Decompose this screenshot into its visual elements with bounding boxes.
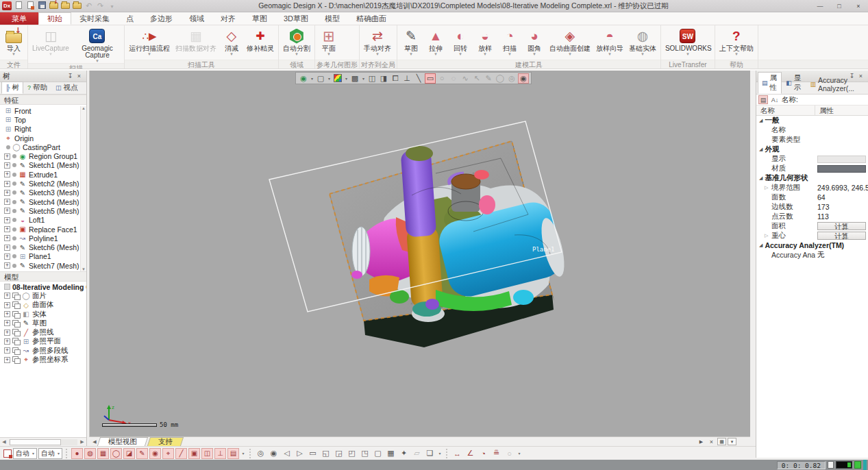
- close-button[interactable]: ×: [849, 0, 868, 12]
- expander-icon[interactable]: +: [4, 226, 10, 232]
- visibility-dot-icon[interactable]: [12, 264, 16, 268]
- scroll-track[interactable]: [9, 439, 77, 445]
- menu-tab-对齐[interactable]: 对齐: [212, 12, 244, 25]
- ribbon-button-导入[interactable]: 导入▼: [1, 26, 26, 60]
- menu-tab-实时采集[interactable]: 实时采集: [71, 12, 118, 25]
- expander-icon[interactable]: +: [4, 293, 10, 299]
- menu-tab-精确曲面[interactable]: 精确曲面: [348, 12, 395, 25]
- tab-list-button[interactable]: ▾: [728, 438, 736, 445]
- link-boxes-icon[interactable]: [12, 320, 20, 327]
- flood-select-icon[interactable]: ◯: [495, 73, 506, 84]
- ribbon-button-solidworks[interactable]: SWSOLIDWORKS▼: [662, 26, 713, 60]
- expander-icon[interactable]: +: [4, 199, 10, 205]
- visibility-dot-icon[interactable]: [12, 173, 16, 177]
- ribbon-button-圆角[interactable]: ◕圆角▼: [522, 26, 547, 60]
- model-canvas[interactable]: Plane1: [90, 71, 750, 436]
- scroll-right-icon[interactable]: ▶: [78, 439, 86, 445]
- gauge-button[interactable]: [828, 461, 834, 469]
- ribbon-button-草图[interactable]: ✎草图▼: [399, 26, 423, 60]
- model-item-实体[interactable]: +◧实体: [0, 310, 86, 319]
- body-color-mode-icon[interactable]: [332, 73, 343, 84]
- property-row-面积[interactable]: 面积计算: [756, 221, 868, 231]
- tree-tab-视点[interactable]: ◫视点: [51, 82, 82, 94]
- show-coordinate-icon[interactable]: ⊥: [214, 448, 226, 459]
- measure-sphere-icon[interactable]: ○: [504, 448, 515, 459]
- view-back-icon[interactable]: ◲: [333, 448, 345, 459]
- ribbon-button-拉伸[interactable]: ▲拉伸▼: [423, 26, 448, 60]
- expander-icon[interactable]: +: [4, 347, 10, 354]
- capture-view-icon[interactable]: ❏: [424, 448, 436, 459]
- ribbon-button-修补精灵[interactable]: ✚修补精灵: [244, 26, 277, 60]
- property-row-名称[interactable]: 名称: [756, 125, 868, 135]
- view-grid-icon[interactable]: ▦: [385, 448, 397, 459]
- tab-pin-button[interactable]: ▦: [717, 438, 726, 445]
- model-item-草图[interactable]: +✎草图: [0, 319, 86, 327]
- dropdown-arrow-icon[interactable]: ▾: [344, 73, 349, 84]
- properties-tab-显示[interactable]: ◧显示: [782, 72, 806, 94]
- material-swatch[interactable]: [817, 165, 866, 173]
- maximize-button[interactable]: □: [830, 0, 849, 12]
- view-left-icon[interactable]: ◰: [346, 448, 358, 459]
- collapse-icon[interactable]: ◢: [759, 118, 762, 123]
- property-group-一般[interactable]: ◢一般: [756, 116, 868, 125]
- more-view-icon[interactable]: ▾: [437, 448, 443, 459]
- visibility-dot-icon[interactable]: [12, 218, 16, 222]
- undo-icon[interactable]: ↶: [84, 1, 93, 10]
- show-sketch-icon[interactable]: ◉: [149, 448, 161, 459]
- screen-capture-icon[interactable]: ◉: [518, 73, 529, 84]
- visibility-dot-icon[interactable]: [12, 200, 16, 204]
- tree-item-sketch3-mesh[interactable]: +✎Sketch3 (Mesh): [0, 188, 86, 197]
- show-point-cloud-icon[interactable]: ◍: [84, 448, 96, 459]
- ribbon-button-放样向导[interactable]: ◓放样向导▼: [593, 26, 626, 60]
- link-boxes-icon[interactable]: [12, 301, 20, 308]
- show-ref-geometry-icon[interactable]: ⌖: [162, 448, 174, 459]
- property-row-accuracy-ana[interactable]: Accuracy Ana...无: [756, 250, 868, 260]
- tree-item-sketch5-mesh[interactable]: +✎Sketch5 (Mesh): [0, 206, 86, 215]
- compute-button[interactable]: 计算: [817, 222, 866, 230]
- expander-icon[interactable]: +: [4, 208, 10, 214]
- section-view-icon[interactable]: ◫: [367, 73, 377, 84]
- measure-distance-icon[interactable]: ↔: [451, 448, 463, 459]
- tree-item-region-group1[interactable]: +◉Region Group1: [0, 151, 86, 160]
- expand-icon[interactable]: ▷: [765, 185, 770, 190]
- model-item-参照坐标系[interactable]: +⌖参照坐标系: [0, 355, 86, 364]
- tree-item-right[interactable]: ⊞Right: [0, 125, 86, 134]
- scroll-thumb[interactable]: [10, 439, 61, 445]
- ribbon-button-回转[interactable]: ◐回转▼: [448, 26, 473, 60]
- show-all-icon[interactable]: ●: [71, 448, 83, 459]
- open-folder-icon[interactable]: [61, 1, 70, 11]
- ribbon-button-运行扫描流程[interactable]: ∴▶运行扫描流程▼: [126, 26, 173, 60]
- visibility-dot-icon[interactable]: [12, 154, 16, 158]
- ribbon-button-消减[interactable]: ◇消减▼: [219, 26, 244, 60]
- ribbon-button-扫描[interactable]: ◔扫描▼: [497, 26, 522, 60]
- measure-height-icon[interactable]: ≞: [491, 448, 502, 459]
- menu-tab-初始[interactable]: 初始: [38, 12, 71, 25]
- view-tab-支持[interactable]: 支持: [147, 437, 184, 446]
- projector-icon[interactable]: ▱: [411, 448, 423, 459]
- show-curve-icon[interactable]: ✎: [136, 448, 148, 459]
- menu-tab-多边形[interactable]: 多边形: [142, 12, 181, 25]
- close-icon[interactable]: ×: [75, 73, 84, 79]
- view-cube-icon[interactable]: ▢: [315, 73, 326, 84]
- property-row-显示[interactable]: 显示: [756, 154, 868, 164]
- show-region-icon[interactable]: ◪: [123, 448, 135, 459]
- tree-item-polyline1[interactable]: +↝Polyline1: [0, 234, 86, 243]
- sort-alphabetical-icon[interactable]: A↓: [770, 95, 780, 104]
- tree-horizontal-scrollbar[interactable]: ◀ ▶: [0, 437, 86, 446]
- ribbon-button-自动曲面创建[interactable]: ◈自动曲面创建▼: [547, 26, 593, 60]
- ribbon-button-geomagic-capture[interactable]: CaGeomagic Capture▼: [72, 26, 123, 63]
- menu-tab-模型[interactable]: 模型: [317, 12, 348, 25]
- ellipse-select-icon[interactable]: ◌: [448, 73, 459, 84]
- tree-item-sketch6-mesh[interactable]: +✎Sketch6 (Mesh): [0, 243, 86, 251]
- visibility-dot-icon[interactable]: [6, 145, 10, 149]
- view-tab-模型视图[interactable]: 模型视图: [97, 437, 148, 446]
- property-group-外观[interactable]: ◢外观: [756, 145, 868, 154]
- property-group-accuracy-analyzer-tm[interactable]: ◢Accuracy Analyzer(TM): [756, 240, 868, 250]
- collapse-icon[interactable]: ◢: [759, 243, 762, 248]
- properties-tab-accuracy-analyzer[interactable]: ▥Accuracy Analyzer(...: [806, 75, 868, 94]
- link-boxes-icon[interactable]: [12, 356, 20, 363]
- menu-tab-领域[interactable]: 领域: [181, 12, 212, 25]
- scanned-part[interactable]: [330, 141, 569, 347]
- tree-item-plane1[interactable]: +⊞Plane1: [0, 252, 86, 261]
- dropdown-arrow-icon[interactable]: ▾: [361, 73, 366, 84]
